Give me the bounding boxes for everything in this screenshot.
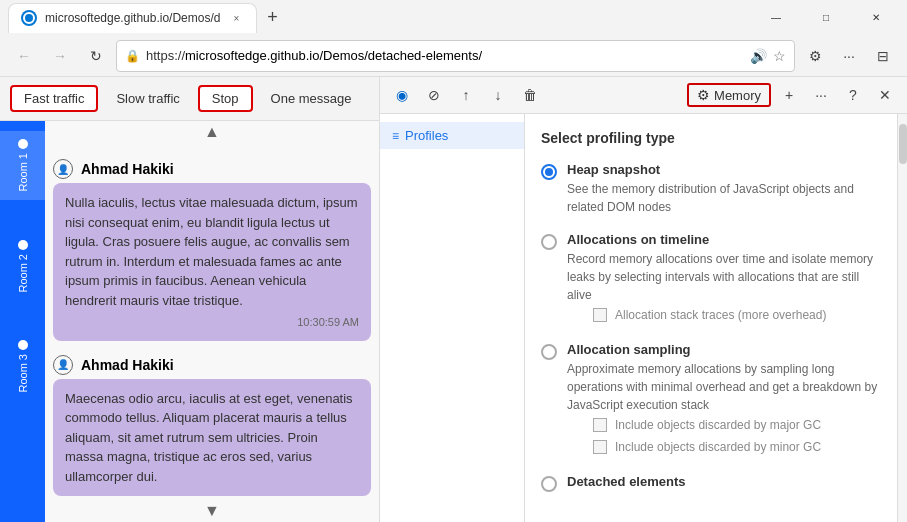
allocation-stack-traces-checkbox[interactable] — [593, 308, 607, 322]
scroll-down-arrow[interactable]: ▼ — [204, 502, 220, 520]
profiles-icon: ≡ — [392, 129, 399, 143]
nav-tools: ⚙ ··· ⊟ — [799, 40, 899, 72]
tab-title: microsoftedge.github.io/Demos/d — [45, 11, 220, 25]
include-minor-gc-label: Include objects discarded by minor GC — [615, 440, 821, 454]
allocation-stack-traces-row: Allocation stack traces (more overhead) — [567, 304, 881, 326]
room-1-dot — [18, 139, 28, 149]
browser-frame: microsoftedge.github.io/Demos/d × + — □ … — [0, 0, 907, 522]
sender-2: 👤 Ahmad Hakiki — [53, 347, 371, 379]
sender-1: 👤 Ahmad Hakiki — [53, 151, 371, 183]
split-screen-button[interactable]: ⊟ — [867, 40, 899, 72]
tab-close-button[interactable]: × — [228, 10, 244, 26]
profiling-title: Select profiling type — [541, 130, 881, 146]
devtools-panel: ◉ ⊘ ↑ ↓ 🗑 ⚙ Memory + ··· ? ✕ — [380, 77, 907, 522]
detached-elements-title: Detached elements — [567, 474, 881, 489]
devtools-close-button[interactable]: ✕ — [871, 81, 899, 109]
refresh-button[interactable]: ↻ — [80, 40, 112, 72]
address-text: https://microsoftedge.github.io/Demos/de… — [146, 48, 744, 63]
tab-favicon — [21, 10, 37, 26]
devtools-more-button[interactable]: ··· — [807, 81, 835, 109]
room-3-dot — [18, 340, 28, 350]
minimize-button[interactable]: — — [753, 2, 799, 34]
allocation-sampling-radio[interactable] — [541, 344, 557, 360]
profiles-sidebar-item[interactable]: ≡ Profiles — [380, 122, 524, 149]
forward-button[interactable]: → — [44, 40, 76, 72]
fast-traffic-button[interactable]: Fast traffic — [10, 85, 98, 112]
room-2-label: Room 2 — [17, 254, 29, 293]
detached-elements-radio[interactable] — [541, 476, 557, 492]
clear-button[interactable]: ⊘ — [420, 81, 448, 109]
messages-area: 👤 Ahmad Hakiki Nulla iaculis, lectus vit… — [45, 143, 379, 500]
extensions-button[interactable]: ⚙ — [799, 40, 831, 72]
chat-main: Room 1 Room 2 Room 3 ▲ — [0, 121, 379, 522]
allocation-sampling-content: Allocation sampling Approximate memory a… — [567, 342, 881, 458]
allocation-sampling-option: Allocation sampling Approximate memory a… — [541, 342, 881, 458]
address-highlight: microsoftedge.github.io/Demos/detached-e… — [185, 48, 482, 63]
window-controls: — □ ✕ — [753, 2, 899, 34]
allocation-stack-traces-label: Allocation stack traces (more overhead) — [615, 308, 826, 322]
read-aloud-icon[interactable]: 🔊 — [750, 48, 767, 64]
heap-snapshot-content: Heap snapshot See the memory distributio… — [567, 162, 881, 216]
detached-elements-content: Detached elements — [567, 474, 881, 489]
memory-label: Memory — [714, 88, 761, 103]
scroll-down-indicator[interactable]: ▼ — [45, 500, 379, 522]
memory-gear-icon: ⚙ — [697, 87, 710, 103]
new-tab-button[interactable]: + — [257, 3, 287, 33]
allocations-timeline-radio[interactable] — [541, 234, 557, 250]
memory-sidebar: ≡ Profiles — [380, 114, 525, 522]
devtools-help-button[interactable]: ? — [839, 81, 867, 109]
lock-icon: 🔒 — [125, 49, 140, 63]
allocations-timeline-desc: Record memory allocations over time and … — [567, 250, 881, 304]
browser-more-button[interactable]: ··· — [833, 40, 865, 72]
room-1-label: Room 1 — [17, 153, 29, 192]
heap-snapshot-desc: See the memory distribution of JavaScrip… — [567, 180, 881, 216]
include-major-gc-row: Include objects discarded by major GC — [567, 414, 881, 436]
one-message-button[interactable]: One message — [259, 87, 364, 110]
include-major-gc-checkbox[interactable] — [593, 418, 607, 432]
profiles-label: Profiles — [405, 128, 448, 143]
content-area: Fast traffic Slow traffic Stop One messa… — [0, 77, 907, 522]
allocation-sampling-title: Allocation sampling — [567, 342, 881, 357]
scrollbar-thumb[interactable] — [899, 124, 907, 164]
room-3-label: Room 3 — [17, 354, 29, 393]
sender-2-name: Ahmad Hakiki — [81, 357, 174, 373]
room-2-dot — [18, 240, 28, 250]
devtools-toolbar: ◉ ⊘ ↑ ↓ 🗑 ⚙ Memory + ··· ? ✕ — [380, 77, 907, 114]
scroll-up-arrow[interactable]: ▲ — [204, 123, 220, 141]
sender-1-name: Ahmad Hakiki — [81, 161, 174, 177]
scroll-up-indicator[interactable]: ▲ — [45, 121, 379, 143]
favorites-icon[interactable]: ☆ — [773, 48, 786, 64]
sender-2-avatar: 👤 — [53, 355, 73, 375]
nav-bar: ← → ↻ 🔒 https://microsoftedge.github.io/… — [0, 35, 907, 77]
heap-snapshot-option: Heap snapshot See the memory distributio… — [541, 162, 881, 216]
load-button[interactable]: ↓ — [484, 81, 512, 109]
devtools-plus-button[interactable]: + — [775, 81, 803, 109]
record-button[interactable]: ◉ — [388, 81, 416, 109]
room-1-item[interactable]: Room 1 — [0, 131, 45, 200]
heap-snapshot-radio[interactable] — [541, 164, 557, 180]
chat-toolbar: Fast traffic Slow traffic Stop One messa… — [0, 77, 379, 121]
stop-button[interactable]: Stop — [198, 85, 253, 112]
devtools-scrollbar[interactable] — [897, 114, 907, 522]
include-minor-gc-checkbox[interactable] — [593, 440, 607, 454]
memory-panel: ≡ Profiles Select profiling type Heap sn… — [380, 114, 907, 522]
allocations-timeline-title: Allocations on timeline — [567, 232, 881, 247]
maximize-button[interactable]: □ — [803, 2, 849, 34]
back-button[interactable]: ← — [8, 40, 40, 72]
close-button[interactable]: ✕ — [853, 2, 899, 34]
active-tab[interactable]: microsoftedge.github.io/Demos/d × — [8, 3, 257, 33]
message-2-text: Maecenas odio arcu, iaculis at est eget,… — [65, 391, 353, 484]
allocations-timeline-option: Allocations on timeline Record memory al… — [541, 232, 881, 326]
include-major-gc-label: Include objects discarded by major GC — [615, 418, 821, 432]
delete-button[interactable]: 🗑 — [516, 81, 544, 109]
address-bar[interactable]: 🔒 https://microsoftedge.github.io/Demos/… — [116, 40, 795, 72]
detached-elements-option: Detached elements — [541, 474, 881, 492]
heap-snapshot-title: Heap snapshot — [567, 162, 881, 177]
title-bar: microsoftedge.github.io/Demos/d × + — □ … — [0, 0, 907, 35]
message-1-text: Nulla iaculis, lectus vitae malesuada di… — [65, 195, 358, 308]
room-2-item[interactable]: Room 2 — [0, 232, 45, 301]
slow-traffic-button[interactable]: Slow traffic — [104, 87, 191, 110]
memory-button[interactable]: ⚙ Memory — [687, 83, 771, 107]
room-3-item[interactable]: Room 3 — [0, 332, 45, 401]
start-recording-button[interactable]: ↑ — [452, 81, 480, 109]
